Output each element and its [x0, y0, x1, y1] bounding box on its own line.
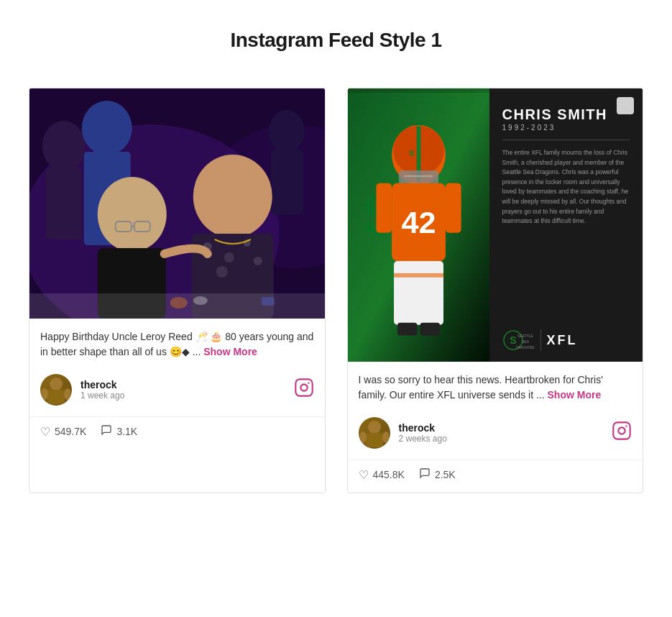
instagram-icon-2[interactable] [612, 421, 632, 445]
svg-point-3 [42, 121, 86, 171]
svg-rect-42 [445, 183, 461, 233]
author-info-2: therock 2 weeks ago [359, 417, 447, 449]
svg-text:SEA: SEA [522, 339, 530, 344]
svg-rect-24 [262, 297, 275, 306]
comments-stat-2: 2.5K [419, 467, 456, 482]
svg-point-30 [300, 384, 307, 390]
svg-point-17 [224, 252, 234, 262]
svg-rect-43 [394, 261, 443, 325]
svg-text:DRAGONS: DRAGONS [516, 345, 535, 349]
xfl-player-side: S 42 [348, 88, 489, 362]
avatar-1 [40, 374, 72, 406]
svg-point-9 [98, 177, 167, 252]
party-photo [29, 88, 325, 319]
svg-text:S: S [510, 334, 516, 346]
svg-point-58 [618, 427, 625, 434]
instagram-svg-2 [612, 421, 632, 441]
svg-point-55 [360, 431, 367, 443]
svg-rect-4 [46, 168, 82, 239]
logo-divider [540, 329, 541, 351]
post-card-1: Happy Birthday Uncle Leroy Reed 🥂 🎂 80 y… [29, 88, 326, 493]
svg-point-5 [269, 110, 305, 153]
xfl-player-svg: S 42 [348, 88, 489, 362]
post-caption-1: Happy Birthday Uncle Leroy Reed 🥂 🎂 80 y… [29, 319, 325, 367]
post-image-1 [29, 88, 325, 319]
svg-point-14 [193, 155, 272, 238]
author-time-2: 2 weeks ago [399, 434, 447, 444]
memorial-name: CHRIS SMITH 1992-2023 [502, 106, 630, 132]
svg-point-19 [216, 266, 228, 278]
svg-point-22 [170, 297, 188, 308]
post-card-2: S 42 [347, 88, 644, 493]
post-stats-1: ♡ 549.7K 3.1K [29, 416, 325, 449]
author-details-2: therock 2 weeks ago [399, 422, 447, 444]
svg-point-20 [254, 257, 262, 265]
xfl-info-side: CHRIS SMITH 1992-2023 The entire XFL fam… [489, 88, 643, 362]
comment-svg-1 [101, 424, 112, 436]
show-more-link-2[interactable]: Show More [548, 389, 602, 401]
avatar-2 [359, 417, 390, 449]
likes-count-2: 445.8K [373, 469, 405, 480]
comment-icon-2 [419, 467, 431, 482]
post-select-checkbox[interactable] [617, 97, 634, 114]
instagram-svg-1 [294, 378, 314, 398]
memorial-divider [502, 140, 630, 140]
xfl-memorial-graphic: S 42 [348, 88, 643, 362]
svg-point-53 [368, 421, 381, 434]
xfl-wordmark: XFL [547, 333, 578, 348]
author-name-1: therock [80, 379, 124, 390]
svg-point-56 [382, 431, 389, 443]
svg-rect-57 [613, 422, 630, 439]
feed-grid: Happy Birthday Uncle Leroy Reed 🥂 🎂 80 y… [14, 88, 658, 493]
svg-rect-45 [397, 323, 417, 336]
comment-icon-1 [101, 424, 112, 439]
svg-rect-46 [420, 323, 440, 336]
likes-stat-1: ♡ 549.7K [40, 425, 86, 439]
svg-text:42: 42 [401, 205, 436, 239]
author-time-1: 1 week ago [80, 390, 124, 401]
svg-rect-37 [398, 170, 438, 185]
instagram-icon-1[interactable] [294, 378, 314, 402]
svg-point-23 [193, 296, 208, 305]
post-image-2: S 42 [348, 88, 643, 362]
svg-rect-41 [376, 183, 392, 233]
memorial-logos: S SEATTLE SEA DRAGONS XFL [502, 322, 630, 351]
comments-stat-1: 3.1K [101, 424, 137, 439]
page-wrapper: Instagram Feed Style 1 [0, 0, 672, 508]
page-title: Instagram Feed Style 1 [14, 14, 658, 88]
svg-point-28 [64, 388, 70, 400]
avatar-svg-1 [42, 375, 70, 404]
author-name-2: therock [399, 422, 447, 434]
svg-text:S: S [408, 148, 414, 158]
heart-icon-1: ♡ [40, 425, 50, 439]
avatar-svg-2 [360, 419, 389, 447]
svg-point-7 [82, 101, 132, 155]
svg-rect-54 [366, 433, 383, 447]
post-stats-2: ♡ 445.8K 2.5K [348, 460, 643, 493]
post-author-row-2: therock 2 weeks ago [348, 410, 643, 460]
svg-point-59 [625, 425, 627, 426]
svg-rect-29 [295, 379, 312, 396]
svg-rect-26 [47, 390, 65, 404]
likes-stat-2: ♡ 445.8K [359, 468, 405, 482]
show-more-link-1[interactable]: Show More [203, 346, 257, 357]
post-author-row-1: therock 1 week ago [29, 367, 325, 416]
comments-count-1: 3.1K [116, 426, 137, 437]
svg-text:SEATTLE: SEATTLE [517, 334, 534, 338]
svg-point-31 [308, 382, 309, 383]
party-bg-svg [29, 88, 325, 319]
sea-dragons-badge: S SEATTLE SEA DRAGONS [502, 329, 535, 351]
svg-rect-6 [271, 150, 303, 214]
sea-dragons-logo-svg: S SEATTLE SEA DRAGONS [502, 329, 535, 351]
author-details-1: therock 1 week ago [80, 379, 124, 401]
likes-count-1: 549.7K [55, 426, 86, 437]
author-info-1: therock 1 week ago [40, 374, 124, 406]
svg-point-27 [42, 388, 48, 400]
caption-text-1: Happy Birthday Uncle Leroy Reed 🥂 🎂 80 y… [40, 331, 313, 357]
comment-svg-2 [419, 467, 431, 479]
svg-rect-44 [394, 273, 443, 278]
heart-icon-2: ♡ [359, 468, 369, 482]
svg-point-25 [50, 378, 63, 390]
comments-count-2: 2.5K [435, 469, 456, 480]
post-caption-2: I was so sorry to hear this news. Heartb… [348, 362, 643, 410]
